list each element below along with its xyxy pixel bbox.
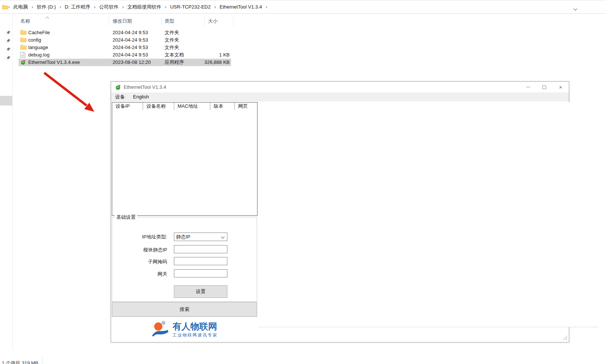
pin-icon — [6, 38, 11, 43]
static-ip-label: 模块静态IP — [112, 247, 167, 253]
file-type: 文件夹 — [165, 29, 179, 36]
file-type: 文件夹 — [165, 44, 179, 51]
breadcrumb-item-this-pc[interactable]: 此电脑 — [10, 4, 31, 10]
column-header-name[interactable]: 名称 — [20, 18, 30, 25]
subnet-mask-label: 子网掩码 — [112, 259, 167, 265]
file-type: 文本文档 — [165, 51, 184, 59]
folder-icon — [20, 37, 26, 45]
file-row-ethernettool-exe[interactable]: EthernetTool V1.3.4.exe 2023-08-08 12:20… — [19, 59, 231, 66]
app-menubar: 设备 English — [111, 92, 569, 101]
logo-subtitle: 工业物联网通讯专家 — [172, 332, 218, 338]
device-list-table[interactable]: 设备IP 设备名称 MAC地址 版本 网页 — [112, 102, 257, 216]
file-row-debug-log[interactable]: debug.log 2024-04-24 9:53 文本文档 1 KB — [19, 51, 231, 59]
device-table-header: 设备IP 设备名称 MAC地址 版本 网页 — [112, 103, 257, 110]
file-row-language[interactable]: language 2024-04-24 9:53 文件夹 — [19, 44, 231, 51]
explorer-address-bar[interactable]: › 此电脑 › 软件 (D:) › D: 工作程序 › 公司软件 › 文档组使用… — [0, 0, 606, 14]
usr-logo-icon: R — [151, 321, 169, 339]
column-divider[interactable] — [233, 17, 233, 26]
column-device-name[interactable]: 设备名称 — [143, 103, 174, 110]
pin-icon — [6, 47, 11, 52]
ip-type-select[interactable]: 静态IP — [174, 233, 227, 241]
ethernettool-window: EthernetTool V1.3.4 × 设备 English 设备IP 设备… — [111, 81, 569, 342]
column-header-date[interactable]: 修改日期 — [113, 18, 132, 25]
column-webpage[interactable]: 网页 — [235, 103, 257, 110]
svg-text:R: R — [163, 321, 165, 324]
maximize-button[interactable] — [536, 82, 552, 92]
file-date: 2024-04-24 9:53 — [113, 51, 148, 59]
column-device-ip[interactable]: 设备IP — [112, 103, 143, 110]
nav-pane-divider — [12, 15, 13, 350]
file-date: 2024-04-24 9:53 — [113, 29, 148, 36]
close-button[interactable]: × — [552, 82, 569, 92]
ip-type-value: 静态IP — [176, 234, 190, 240]
usr-iot-logo: R 有人物联网 工业物联网通讯专家 — [112, 318, 257, 341]
text-file-icon — [20, 52, 25, 59]
column-divider[interactable] — [204, 17, 205, 26]
file-name[interactable]: debug.log — [28, 51, 49, 59]
column-divider[interactable] — [109, 17, 109, 26]
file-row-config[interactable]: config 2024-04-24 9:53 文件夹 — [19, 36, 231, 44]
static-ip-input[interactable] — [174, 245, 227, 253]
file-name[interactable]: EthernetTool V1.3.4.exe — [28, 59, 80, 66]
sort-ascending-icon — [46, 17, 49, 20]
file-type: 文件夹 — [165, 36, 179, 44]
pin-icon — [6, 30, 11, 35]
folder-icon — [20, 30, 26, 37]
file-name[interactable]: language — [28, 44, 48, 51]
file-size — [189, 44, 230, 51]
menu-device[interactable]: 设备 — [111, 92, 129, 101]
minimize-icon — [526, 87, 530, 87]
file-size — [189, 29, 230, 36]
breadcrumb-item-company-software[interactable]: 公司软件 — [96, 4, 122, 10]
statusbar-divider — [42, 357, 42, 364]
chevron-down-icon — [221, 235, 225, 239]
breadcrumb-item-docs-software[interactable]: 文档组使用软件 — [124, 4, 165, 10]
gateway-input[interactable] — [174, 269, 227, 277]
close-icon: × — [559, 84, 563, 90]
file-name[interactable]: CacheFile — [28, 29, 50, 36]
address-folder-icon — [2, 4, 8, 10]
app-icon — [115, 84, 121, 90]
search-button[interactable]: 搜索 — [112, 302, 257, 317]
subnet-mask-input[interactable] — [174, 257, 227, 265]
breadcrumb-item-work[interactable]: D: 工作程序 — [61, 4, 94, 10]
file-size: 1 KB — [189, 51, 230, 59]
file-type: 应用程序 — [165, 59, 184, 66]
statusbar-item-count: 1 个项目 319 MB — [2, 360, 38, 364]
pin-icon — [6, 55, 11, 61]
folder-icon — [20, 45, 26, 52]
column-version[interactable]: 版本 — [210, 103, 235, 110]
set-button[interactable]: 设置 — [174, 285, 227, 298]
file-date: 2024-04-24 9:53 — [113, 36, 148, 44]
breadcrumb-separator[interactable]: › — [265, 4, 268, 10]
file-size: 326,888 KB — [189, 59, 230, 66]
file-row-cachefile[interactable]: CacheFile 2024-04-24 9:53 文件夹 — [19, 29, 231, 36]
window-titlebar[interactable]: EthernetTool V1.3.4 × — [111, 82, 569, 92]
breadcrumb-item-ethernettool[interactable]: EthernetTool V1.3.4 — [216, 4, 265, 10]
column-divider[interactable] — [162, 17, 162, 26]
resize-grip-icon[interactable] — [563, 335, 567, 341]
gateway-label: 网关 — [112, 271, 167, 277]
file-name[interactable]: config — [28, 36, 41, 44]
column-header-type[interactable]: 类型 — [165, 18, 174, 25]
app-icon — [20, 59, 26, 67]
groupbox-title: 基础设置 — [115, 214, 137, 221]
logo-title: 有人物联网 — [172, 322, 218, 331]
breadcrumb-item-drive-d[interactable]: 软件 (D:) — [33, 4, 59, 10]
file-size — [189, 36, 230, 44]
window-title: EthernetTool V1.3.4 — [124, 84, 166, 90]
breadcrumb-item-usr-tcp232[interactable]: USR-TCP232-ED2 — [167, 4, 214, 10]
column-mac-address[interactable]: MAC地址 — [174, 103, 210, 110]
nav-scrollbar-thumb[interactable] — [0, 96, 12, 105]
device-detail-panel — [258, 102, 599, 327]
desktop-screenshot: › 此电脑 › 软件 (D:) › D: 工作程序 › 公司软件 › 文档组使用… — [0, 0, 606, 364]
file-date: 2024-04-24 9:53 — [113, 44, 148, 51]
menu-english[interactable]: English — [129, 92, 153, 101]
address-dropdown-icon[interactable] — [574, 6, 577, 9]
basic-settings-groupbox: 基础设置 IP地址类型: 静态IP 模块静态IP 子网掩码 网关 设置 — [112, 217, 257, 302]
maximize-icon — [542, 85, 546, 89]
minimize-button[interactable] — [520, 82, 536, 92]
column-header-size[interactable]: 大小 — [208, 18, 218, 25]
ip-type-label: IP地址类型: — [112, 234, 167, 240]
file-date: 2023-08-08 12:20 — [113, 59, 151, 66]
